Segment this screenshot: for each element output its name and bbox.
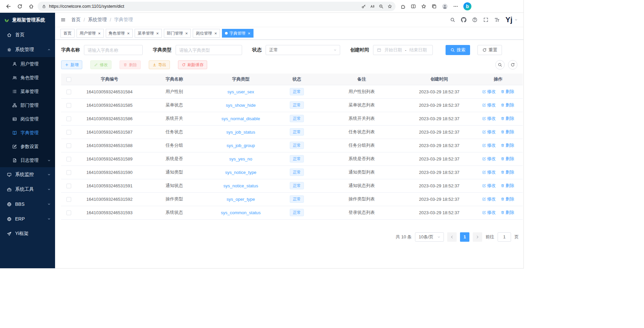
row-delete-button[interactable]: 删除 [501,115,514,122]
refresh-table-button[interactable] [508,60,517,69]
tab-close-icon[interactable]: × [185,31,188,36]
sidebar-item-menu-management[interactable]: 菜单管理 [0,85,55,98]
dict-type-link[interactable]: sys_normal_disable [222,116,260,121]
refresh-cache-button[interactable]: 刷新缓存 [178,60,207,69]
row-edit-button[interactable]: 修改 [482,156,496,162]
row-edit-button[interactable]: 修改 [482,169,496,175]
sidebar-item-param-settings[interactable]: 参数设置 [0,140,55,153]
row-delete-button[interactable]: 删除 [501,102,514,108]
row-delete-button[interactable]: 删除 [501,142,514,148]
zoom-icon[interactable] [379,4,383,9]
bing-chat-icon[interactable]: b [463,2,471,10]
search-button[interactable]: 搜索 [446,45,470,55]
tab-close-icon[interactable]: × [127,31,130,36]
extensions-icon[interactable] [400,4,406,9]
row-delete-button[interactable]: 删除 [501,129,514,135]
add-button[interactable]: 新增 [61,60,82,69]
sidebar-item-system-management[interactable]: 系统管理 [0,42,55,57]
row-checkbox[interactable] [66,103,71,108]
tab-close-icon[interactable]: × [248,31,250,36]
date-range-picker[interactable]: 开始日期 - 结束日期 [373,45,433,55]
reset-button[interactable]: 重置 [477,45,502,55]
sidebar-item-post-management[interactable]: 岗位管理 [0,112,55,126]
sidebar-item-erp[interactable]: ERP [0,212,55,226]
row-edit-button[interactable]: 修改 [482,142,496,148]
tab-dept-management[interactable]: 部门管理× [164,29,191,38]
sidebar-item-log-management[interactable]: 日志管理 [0,153,55,167]
dict-type-link[interactable]: sys_job_status [226,130,255,135]
export-button[interactable]: 导出 [149,60,170,69]
breadcrumb-home[interactable]: 首页 [71,17,81,23]
row-edit-button[interactable]: 修改 [482,129,496,135]
user-avatar-menu[interactable]: Yj [505,16,518,24]
dict-type-link[interactable]: sys_oper_type [227,197,255,202]
add-favorite-icon[interactable] [387,4,392,9]
github-button[interactable] [461,17,466,22]
split-screen-icon[interactable] [411,4,416,9]
profile-avatar[interactable] [442,3,448,9]
row-edit-button[interactable]: 修改 [482,209,496,216]
row-checkbox[interactable] [66,210,71,215]
row-delete-button[interactable]: 删除 [501,169,514,175]
password-key-icon[interactable] [361,4,366,9]
dict-type-link[interactable]: sys_yes_no [229,156,252,161]
favorites-icon[interactable] [421,4,426,9]
row-edit-button[interactable]: 修改 [482,115,496,122]
prev-page-button[interactable] [447,232,457,242]
dict-type-link[interactable]: sys_notice_type [225,170,256,175]
dict-type-input[interactable] [176,45,242,55]
row-delete-button[interactable]: 删除 [501,156,514,162]
tab-menu-management[interactable]: 菜单管理× [135,29,162,38]
row-edit-button[interactable]: 修改 [482,183,496,189]
sidebar-item-role-management[interactable]: 角色管理 [0,71,55,85]
status-select[interactable]: 正常 [266,45,340,55]
tab-home[interactable]: 首页 [60,29,75,38]
select-all-checkbox[interactable] [66,77,71,82]
dict-type-link[interactable]: sys_job_group [227,143,255,148]
more-menu-icon[interactable] [453,4,458,9]
sidebar-item-dict-management[interactable]: 字典管理 [0,126,55,140]
sidebar-item-system-tools[interactable]: 系统工具 [0,182,55,197]
sidebar-item-home[interactable]: 首页 [0,28,55,42]
row-delete-button[interactable]: 删除 [501,183,514,189]
fullscreen-button[interactable] [483,17,489,22]
tab-close-icon[interactable]: × [156,31,159,36]
sidebar-item-bbs[interactable]: BBS [0,197,55,212]
next-page-button[interactable] [473,232,482,242]
toggle-search-button[interactable] [495,60,505,69]
row-edit-button[interactable]: 修改 [482,102,496,108]
tab-close-icon[interactable]: × [214,31,217,36]
row-checkbox[interactable] [66,143,71,148]
row-checkbox[interactable] [66,157,71,161]
tab-role-management[interactable]: 角色管理× [106,29,133,38]
tab-post-management[interactable]: 岗位管理× [193,29,220,38]
page-number-button[interactable]: 1 [460,232,469,242]
row-edit-button[interactable]: 修改 [482,196,496,202]
tab-user-management[interactable]: 用户管理× [77,29,104,38]
dict-name-input[interactable] [84,45,143,55]
row-checkbox[interactable] [66,184,71,188]
font-size-button[interactable] [494,17,500,22]
sidebar-toggle-button[interactable] [60,17,66,22]
row-checkbox[interactable] [66,197,71,202]
row-checkbox[interactable] [66,130,71,135]
row-delete-button[interactable]: 删除 [501,196,514,202]
sidebar-item-dept-management[interactable]: 部门管理 [0,98,55,112]
read-aloud-icon[interactable] [370,4,375,9]
row-delete-button[interactable]: 删除 [501,209,514,216]
breadcrumb-system[interactable]: 系统管理 [88,17,107,23]
browser-refresh-button[interactable] [15,1,25,11]
sidebar-item-yi-framework[interactable]: Yi框架 [0,226,55,241]
sidebar-item-system-monitor[interactable]: 系统监控 [0,167,55,182]
header-search-button[interactable] [450,17,455,22]
dict-type-link[interactable]: sys_common_status [221,210,261,215]
row-checkbox[interactable] [66,170,71,175]
dict-type-link[interactable]: sys_notice_status [223,183,258,188]
delete-button[interactable]: 删除 [120,60,141,69]
help-button[interactable] [472,17,477,22]
collections-icon[interactable] [431,4,437,9]
sidebar-item-user-management[interactable]: 用户管理 [0,57,55,71]
edit-button[interactable]: 修改 [90,60,111,69]
url-input[interactable] [49,4,359,9]
dict-type-link[interactable]: sys_show_hide [226,103,256,108]
